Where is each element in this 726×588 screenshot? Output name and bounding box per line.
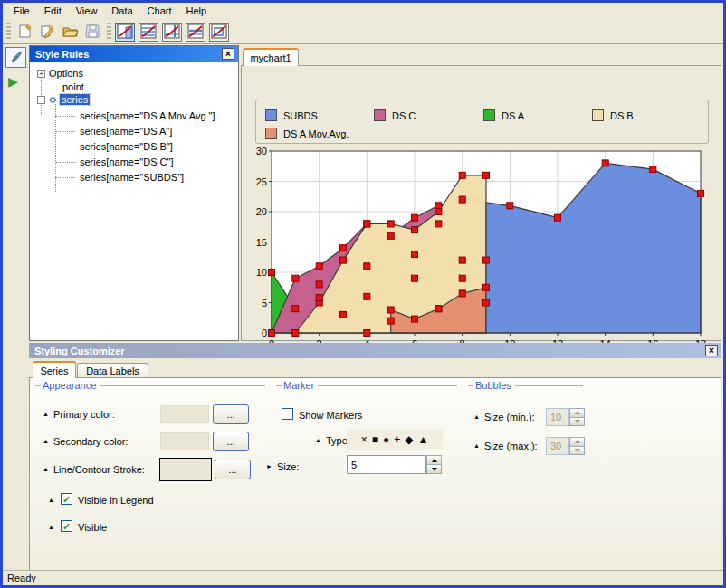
legend-swatch	[265, 109, 277, 121]
tree-node-label: series[name="DS C"]	[80, 156, 174, 167]
tree-connector	[55, 177, 75, 178]
chart-legend: SUBDS DS C DS A DS B DS A Mov.Avg.	[255, 100, 709, 144]
open-button[interactable]	[60, 22, 81, 42]
tree-node-series-child[interactable]: series[name="SUBDS"]	[80, 171, 184, 184]
styling-customizer-titlebar[interactable]: Styling Customizer ×	[29, 343, 721, 358]
legend-label: DS C	[392, 110, 416, 121]
tree-node-series[interactable]: − ⚙ series	[37, 93, 90, 106]
series-tab-content: Appearance ▲ Primary color: ... ▲ Second…	[29, 377, 721, 572]
chart-style-button-5[interactable]	[209, 23, 229, 42]
marker-diamond-icon[interactable]: ◆	[405, 433, 413, 446]
save-icon	[85, 24, 100, 41]
legend-label: DS B	[610, 110, 634, 121]
feather-icon	[9, 50, 24, 66]
menu-bar: File Edit View Data Chart Help	[3, 3, 723, 20]
tree-connector	[55, 162, 75, 163]
property-arrow-icon: ►	[266, 463, 272, 469]
run-button[interactable]: ▶	[8, 75, 24, 90]
marker-type-selector[interactable]: × ■ ● + ◆ ▲	[347, 429, 443, 450]
marker-group-header: Marker	[276, 380, 457, 391]
marker-plus-icon[interactable]: +	[394, 433, 400, 446]
menu-view[interactable]: View	[69, 4, 105, 19]
legend-label: DS A Mov.Avg.	[283, 128, 349, 139]
marker-square-icon[interactable]: ■	[372, 433, 378, 446]
chart-panel: mychart1 SUBDS DS C DS A DS B	[241, 45, 721, 341]
tab-label: mychart1	[250, 52, 291, 63]
tree-node-series-child[interactable]: series[name="DS B"]	[80, 140, 173, 153]
tree-connector	[55, 104, 56, 192]
new-button[interactable]	[14, 22, 35, 42]
save-button[interactable]	[82, 22, 103, 42]
tree-node-label: series[name="SUBDS"]	[80, 172, 184, 183]
spin-up-button	[569, 437, 585, 447]
styling-customizer-title: Styling Customizer	[34, 346, 705, 356]
style-rules-panel: Style Rules × + Options point − ⚙ series…	[29, 45, 239, 341]
bubble-size-max-spinner	[569, 437, 585, 455]
property-triangle-icon: ▲	[43, 438, 49, 444]
menu-file[interactable]: File	[6, 4, 37, 19]
edit-style-button[interactable]	[37, 22, 58, 42]
menu-help[interactable]: Help	[179, 4, 215, 19]
area-chart[interactable]: 024681012141618051015202530	[253, 147, 713, 355]
legend-swatch	[483, 109, 495, 121]
primary-color-picker-button[interactable]: ...	[213, 404, 249, 424]
toolbar-grip[interactable]	[107, 23, 111, 41]
svg-text:20: 20	[256, 206, 267, 217]
menu-chart[interactable]: Chart	[140, 4, 179, 19]
primary-color-swatch[interactable]	[160, 405, 209, 423]
spin-down-icon	[575, 449, 580, 452]
legend-item-dsc: DS C	[374, 109, 416, 121]
secondary-color-picker-button[interactable]: ...	[213, 432, 249, 451]
svg-text:25: 25	[256, 176, 267, 187]
close-icon[interactable]: ×	[222, 48, 234, 60]
spin-up-icon	[432, 459, 437, 462]
tree-node-label: series[name="DS A Mov.Avg."]	[80, 110, 215, 121]
spin-down-icon	[575, 420, 580, 423]
marker-size-input[interactable]	[347, 455, 426, 474]
tree-node-series-child[interactable]: series[name="DS A Mov.Avg."]	[80, 109, 215, 122]
svg-text:30: 30	[256, 147, 267, 156]
legend-swatch	[265, 128, 277, 139]
visible-checkbox[interactable]: ✓	[61, 520, 72, 532]
bubble-size-max-label: Size (max.):	[484, 441, 538, 451]
marker-circle-icon[interactable]: ●	[383, 433, 389, 446]
bubble-size-min-input	[546, 408, 569, 426]
spin-down-button	[569, 418, 585, 427]
menu-edit[interactable]: Edit	[37, 4, 69, 19]
tab-mychart1[interactable]: mychart1	[243, 48, 299, 66]
style-rules-title: Style Rules	[35, 49, 222, 60]
tree-node-series-child[interactable]: series[name="DS A"]	[80, 125, 172, 138]
tab-data-labels[interactable]: Data Labels	[77, 363, 148, 378]
styling-mode-button[interactable]	[5, 47, 26, 68]
chart-style-button-2[interactable]	[139, 23, 158, 42]
chart-style-button-3[interactable]	[162, 23, 182, 42]
chart-plot-area[interactable]: 024681012141618051015202530	[253, 147, 713, 355]
collapse-icon[interactable]: −	[37, 96, 45, 104]
tree-node-point[interactable]: point	[62, 81, 84, 93]
marker-triangle-icon[interactable]: ▲	[417, 433, 428, 446]
visible-in-legend-checkbox[interactable]: ✓	[61, 493, 72, 505]
spin-up-button[interactable]	[426, 455, 442, 465]
close-icon[interactable]: ×	[705, 345, 718, 356]
chart-style-button-1[interactable]	[115, 23, 135, 42]
chart-style-button-4[interactable]	[186, 23, 205, 42]
spin-down-button	[569, 447, 585, 456]
tree-node-options[interactable]: + Options	[37, 67, 83, 80]
tab-series[interactable]: Series	[33, 361, 76, 378]
tree-node-series-child[interactable]: series[name="DS C"]	[80, 156, 174, 168]
tree-connector	[55, 147, 75, 147]
marker-cross-icon[interactable]: ×	[361, 433, 368, 446]
spin-down-button[interactable]	[426, 465, 442, 474]
show-markers-checkbox[interactable]	[282, 408, 293, 420]
secondary-color-swatch[interactable]	[160, 432, 209, 450]
style-rules-titlebar[interactable]: Style Rules ×	[30, 46, 238, 62]
menu-data[interactable]: Data	[104, 4, 139, 19]
stroke-preview-swatch[interactable]	[159, 458, 212, 481]
toolbar-grip[interactable]	[6, 23, 11, 41]
expand-icon[interactable]: +	[37, 70, 45, 78]
spin-down-icon	[432, 468, 437, 471]
property-triangle-icon: ▲	[43, 411, 49, 417]
stroke-picker-button[interactable]: ...	[215, 460, 251, 479]
svg-text:5: 5	[262, 298, 267, 308]
tree-node-label: series[name="DS B"]	[80, 141, 173, 152]
